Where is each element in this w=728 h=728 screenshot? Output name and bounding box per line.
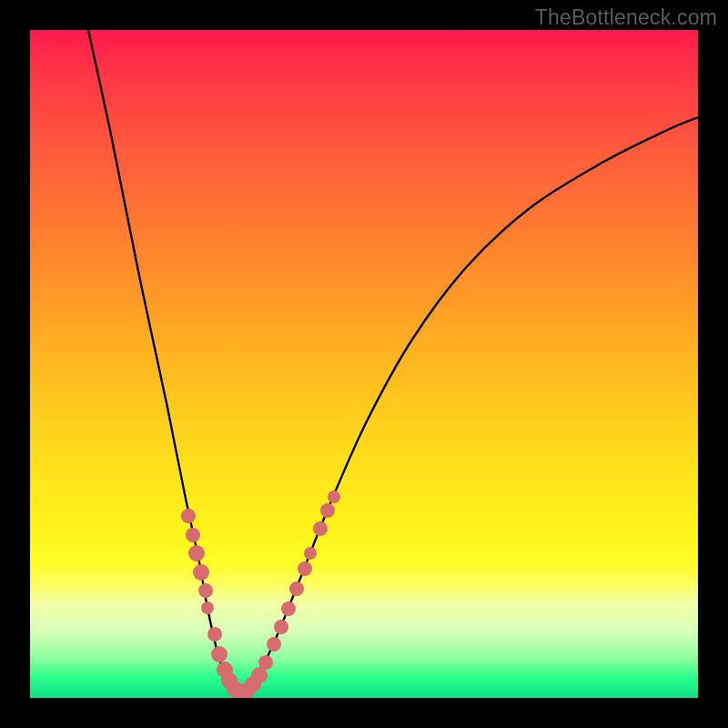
- marker-bead: [198, 583, 213, 598]
- marker-bead: [313, 521, 328, 536]
- marker-bead: [304, 547, 317, 560]
- marker-bead: [320, 503, 335, 518]
- marker-bead: [188, 545, 205, 561]
- marker-bead: [298, 561, 312, 576]
- marker-bead: [289, 581, 304, 596]
- marker-beads: [181, 490, 340, 698]
- marker-bead: [258, 655, 273, 670]
- marker-bead: [211, 646, 228, 662]
- chart-svg: [30, 30, 698, 698]
- marker-bead: [281, 602, 296, 616]
- bottleneck-curve: [88, 30, 698, 693]
- marker-bead: [267, 637, 281, 652]
- marker-bead: [181, 509, 196, 523]
- marker-bead: [201, 602, 214, 614]
- marker-bead: [274, 620, 288, 634]
- marker-bead: [186, 528, 200, 542]
- marker-bead: [328, 490, 340, 503]
- watermark-text: TheBottleneck.com: [535, 5, 717, 30]
- marker-bead: [207, 627, 222, 642]
- marker-bead: [193, 564, 209, 581]
